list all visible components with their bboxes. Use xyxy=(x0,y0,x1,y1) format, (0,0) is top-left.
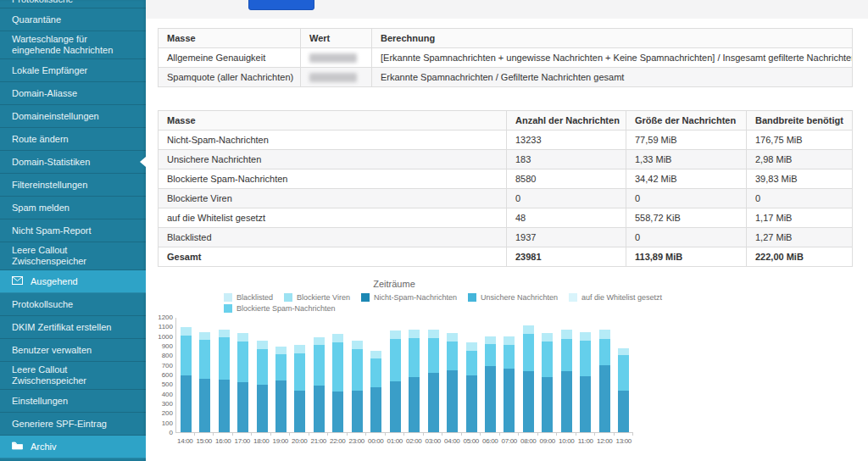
stacked-bar-2000[interactable] xyxy=(294,345,305,432)
x-axis-ticks xyxy=(175,433,664,436)
x-tick xyxy=(233,433,253,436)
legend-swatch xyxy=(284,293,292,302)
toolbar-button[interactable] xyxy=(248,0,314,10)
stacked-bar-1300[interactable] xyxy=(618,348,629,432)
sidebar-item-ausgehend[interactable]: Ausgehend xyxy=(0,270,146,293)
y-tick-label: 700 xyxy=(153,363,173,369)
stacked-bar-0200[interactable] xyxy=(409,330,420,432)
bar-segment-nicht-spam-nachrichten xyxy=(561,371,572,432)
value-cell: 1,27 MiB xyxy=(747,228,853,247)
sidebar-item-protokollsuche[interactable]: Protokollsuche xyxy=(0,293,146,316)
category-cell: Unsichere Nachrichten xyxy=(159,150,507,169)
sidebar-item-domaineinstellungen[interactable]: Domaineinstellungen xyxy=(0,105,146,128)
stacked-bar-1500[interactable] xyxy=(199,332,210,432)
sidebar-item-label: Warteschlange für eingehende Nachrichten xyxy=(12,34,137,56)
x-tick-label: 13:00 xyxy=(615,437,634,445)
legend-item-blockierte-spam-nachrichten: Blockierte Spam-Nachrichten xyxy=(224,304,336,313)
bar-segment-blacklisted xyxy=(504,336,515,345)
bar-segment-blacklisted xyxy=(294,345,305,353)
sidebar-item-nicht-spam-report[interactable]: Nicht Spam-Report xyxy=(0,219,146,242)
accuracy-table-header: Berechnung xyxy=(372,29,853,48)
sidebar-item-label: Quarantäne xyxy=(12,14,61,25)
bar-slot xyxy=(614,317,632,432)
sidebar-item-leere-callout-zwischenspeicher[interactable]: Leere Callout Zwischenspeicher xyxy=(0,362,146,390)
stacked-bar-0500[interactable] xyxy=(466,342,477,433)
x-tick-label: 08:00 xyxy=(519,437,538,445)
sidebar-item-label: Generiere SPF-Eintrag xyxy=(12,419,107,430)
sidebar-item-lokale-empfanger[interactable]: Lokale Empfänger xyxy=(0,59,146,82)
sidebar-item-warteschlange-fur-eingehende-nachrichten[interactable]: Warteschlange für eingehende Nachrichten xyxy=(0,31,146,59)
metric-name-cell: Spamquote (aller Nachrichten) xyxy=(159,68,301,87)
category-cell: Gesamt xyxy=(159,247,507,267)
bar-segment-blacklisted xyxy=(447,333,458,342)
stacked-bar-0300[interactable] xyxy=(428,330,439,432)
stacked-bar-0800[interactable] xyxy=(523,325,534,432)
x-tick-label: 18:00 xyxy=(252,437,271,445)
bar-segment-blockierte-spam-nachrichten xyxy=(523,334,534,371)
sidebar-item-dkim-zertifikat-erstellen[interactable]: DKIM Zertifikat erstellen xyxy=(0,316,146,339)
sidebar-item-filtereinstellungen[interactable]: Filtereinstellungen xyxy=(0,174,146,197)
bar-segment-nicht-spam-nachrichten xyxy=(199,379,210,432)
sidebar-item-label: Leere Callout Zwischenspeicher xyxy=(12,245,137,267)
table-row: auf die Whitelist gesetzt48558,72 KiB1,1… xyxy=(159,208,853,228)
stacked-bar-0100[interactable] xyxy=(390,330,401,432)
bar-segment-blacklisted xyxy=(390,330,401,339)
sidebar-item-domain-statistiken[interactable]: Domain-Statistiken xyxy=(0,151,146,174)
stacked-bar-1100[interactable] xyxy=(580,332,591,432)
y-tick-label: 300 xyxy=(153,401,173,408)
bar-segment-blockierte-spam-nachrichten xyxy=(466,351,477,375)
stacked-bar-1000[interactable] xyxy=(561,330,572,432)
sidebar-item-archiv[interactable]: Archiv xyxy=(0,436,146,458)
bar-segment-nicht-spam-nachrichten xyxy=(523,371,534,432)
stacked-bar-1900[interactable] xyxy=(275,347,287,432)
bar-segment-nicht-spam-nachrichten xyxy=(447,370,458,432)
y-tick-label: 100 xyxy=(153,420,173,427)
stats-table-header: Masse xyxy=(159,111,507,131)
stacked-bar-1700[interactable] xyxy=(237,333,248,432)
stacked-bar-2100[interactable] xyxy=(314,337,325,432)
bar-segment-nicht-spam-nachrichten xyxy=(352,391,363,432)
bar-slot xyxy=(557,317,576,432)
sidebar-item-benutzer-verwalten[interactable]: Benutzer verwalten xyxy=(0,339,146,362)
sidebar-item-label: Domain-Statistiken xyxy=(12,157,90,168)
sidebar-item-route-andern[interactable]: Route ändern xyxy=(0,128,146,151)
traffic-chart: Zeiträume BlacklistedBlockierte VirenNic… xyxy=(155,279,664,445)
sidebar-item-generiere-spf-eintrag[interactable]: Generiere SPF-Eintrag xyxy=(0,413,146,436)
stacked-bar-0900[interactable] xyxy=(542,333,553,432)
x-tick xyxy=(481,433,500,436)
x-tick-label: 19:00 xyxy=(271,437,291,445)
y-tick-label: 1000 xyxy=(153,334,173,341)
stacked-bar-2300[interactable] xyxy=(352,341,363,432)
sidebar-item-einstellungen[interactable]: Einstellungen xyxy=(0,390,146,413)
stacked-bar-0400[interactable] xyxy=(447,333,458,432)
x-tick-label: 03:00 xyxy=(424,437,443,445)
stacked-bar-1400[interactable] xyxy=(181,327,192,432)
sidebar-item-spam-melden[interactable]: Spam melden xyxy=(0,197,146,219)
x-tick-label: 06:00 xyxy=(481,437,500,445)
stacked-bar-0700[interactable] xyxy=(504,336,515,432)
bar-segment-blockierte-spam-nachrichten xyxy=(447,342,458,371)
metric-formula-cell: Erkannte Spamnachrichten / Gefilterte Na… xyxy=(372,68,853,87)
stacked-bar-0000[interactable] xyxy=(370,351,381,432)
stacked-bar-1800[interactable] xyxy=(257,341,268,432)
stacked-bar-0600[interactable] xyxy=(485,336,496,432)
metric-name-cell: Allgemeine Genauigkeit xyxy=(159,48,301,68)
sidebar-item-domain-aliasse[interactable]: Domain-Aliasse xyxy=(0,82,146,105)
sidebar-item-label: Domain-Aliasse xyxy=(12,88,77,99)
value-cell: 34,42 MiB xyxy=(626,169,747,189)
bar-segment-blockierte-spam-nachrichten xyxy=(237,342,248,382)
value-cell: 8580 xyxy=(507,169,626,189)
stacked-bar-1600[interactable] xyxy=(219,330,230,432)
sidebar-item-quarantane[interactable]: Quarantäne xyxy=(0,8,146,31)
stacked-bar-2200[interactable] xyxy=(332,334,343,432)
value-cell: 222,00 MiB xyxy=(747,247,853,267)
sidebar-item-leere-callout-zwischenspeicher[interactable]: Leere Callout Zwischenspeicher xyxy=(0,242,146,270)
bar-segment-blacklisted xyxy=(314,337,325,345)
x-tick-label: 05:00 xyxy=(462,437,481,445)
x-tick-label: 14:00 xyxy=(175,437,195,445)
sidebar-item-protokollsuche[interactable]: Protokollsuche xyxy=(0,0,146,8)
bar-segment-nicht-spam-nachrichten xyxy=(332,392,343,432)
bar-segment-blacklisted xyxy=(542,333,553,342)
stacked-bar-1200[interactable] xyxy=(599,330,610,432)
legend-swatch xyxy=(468,293,476,302)
